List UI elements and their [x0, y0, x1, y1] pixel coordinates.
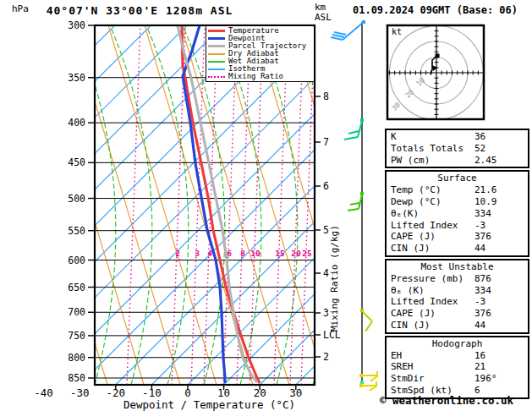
table-row-label: Pressure (mb)	[391, 273, 474, 285]
pressure-tick-label: 850	[68, 372, 85, 384]
table-row-value: 52	[474, 143, 524, 155]
table-row: CAPE (J)376	[387, 231, 528, 243]
table-row-label: PW (cm)	[391, 155, 474, 167]
wind-barb-segment	[370, 375, 378, 381]
wet-adiabat-line	[0, 25, 7, 385]
isotherm-line	[0, 25, 223, 385]
wind-barb-segment	[350, 203, 359, 205]
pressure-tick-label: 300	[68, 19, 85, 31]
wind-barb-dot	[360, 309, 364, 312]
table-row: EH16	[387, 350, 528, 362]
table-row: θₑ(K)334	[387, 208, 528, 220]
wind-barb-segment	[343, 22, 364, 40]
skewt-plot: 300350400450500550600650700750800850-40-…	[0, 0, 381, 411]
km-tick-label: 7	[323, 136, 329, 148]
wind-barb-dot	[362, 20, 365, 24]
table-row: Lifted Index-3	[387, 220, 528, 232]
mixing-ratio-label: 4	[207, 249, 212, 258]
pressure-tick-label: 700	[68, 306, 85, 318]
hodograph-ring-label: 20	[403, 88, 415, 100]
temperature-axis-title: Dewpoint / Temperature (°C)	[85, 398, 334, 411]
table-row: CIN (J)44	[387, 243, 528, 255]
wind-barb-segment	[365, 321, 372, 332]
hodograph-trace	[431, 56, 437, 74]
pressure-tick-label: 800	[68, 352, 85, 364]
table-row: StmDir196°	[387, 373, 528, 385]
temp-tick-label: -20	[107, 386, 126, 399]
hodograph-ring	[405, 41, 468, 104]
wet-adiabat-line	[1, 25, 43, 385]
pressure-tick-label: 400	[68, 117, 85, 129]
indices-table: K36Totals Totals52PW (cm)2.45SurfaceTemp…	[385, 129, 529, 401]
hodograph-unit-label: kt	[392, 27, 402, 36]
wind-barb-segment	[344, 137, 358, 140]
wind-barb-dot	[359, 384, 363, 387]
legend-item: Mixing Ratio	[208, 73, 312, 80]
mixing-ratio-label: 3	[195, 249, 200, 258]
table-row-value: -3	[474, 296, 524, 308]
km-tick-label: 5	[323, 224, 329, 236]
legend-swatch-dewpoint	[208, 37, 225, 40]
table-row-value: 376	[474, 231, 524, 243]
dry-adiabat-line	[72, 25, 180, 385]
dry-adiabat-line	[0, 25, 35, 385]
dry-adiabat-line	[36, 25, 144, 385]
altitude-axis-unit: km ASL	[315, 3, 332, 23]
wind-barb-segment	[331, 37, 343, 40]
pressure-tick-label: 600	[68, 255, 85, 266]
table-row-label: EH	[391, 350, 474, 362]
dry-adiabat-line	[0, 25, 107, 385]
table-row-label: Dewp (°C)	[391, 196, 474, 208]
table-row: PW (cm)2.45	[387, 155, 528, 167]
pressure-tick-label: 500	[68, 193, 85, 205]
km-tick-label: 8	[323, 90, 329, 102]
table-row-label: Lifted Index	[391, 220, 474, 232]
legend-swatch-parcel-trajectory	[208, 45, 225, 47]
table-row-value: 21	[474, 361, 524, 373]
legend-swatch-dry-adiabat	[208, 53, 225, 55]
hodograph-ring	[421, 58, 452, 89]
wind-barb-segment	[348, 131, 359, 134]
hodograph-ring-label: 30	[390, 101, 402, 112]
skewt-sounding-page: 300350400450500550600650700750800850-40-…	[0, 0, 532, 411]
table-row: CAPE (J)376	[387, 308, 528, 320]
table-section-surface: SurfaceTemp (°C)21.6Dewp (°C)10.9θₑ(K)33…	[385, 170, 529, 257]
wind-barb-segment	[358, 121, 362, 137]
wind-barb-dot	[360, 192, 364, 195]
table-row-value: 16	[474, 350, 524, 362]
page-title: 40°07'N 33°00'E 1208m ASL	[34, 4, 245, 17]
temp-tick-label: -40	[34, 386, 53, 399]
mixing-ratio-label: 6	[227, 249, 232, 258]
wind-barb-dot	[359, 374, 363, 377]
table-row: Lifted Index-3	[387, 296, 528, 308]
mixing-ratio-label: 15	[275, 249, 285, 258]
temp-tick-label: 10	[217, 386, 230, 399]
pressure-tick-label: 650	[68, 282, 85, 293]
table-row-value: 10.9	[474, 196, 524, 208]
table-row: θₑ (K)334	[387, 285, 528, 297]
pressure-tick-label: 550	[68, 225, 85, 237]
hodograph-ring-label: 10	[414, 76, 426, 88]
mixing-ratio-label: 20	[291, 249, 301, 258]
km-tick-label: 6	[323, 180, 329, 192]
table-section: K36Totals Totals52PW (cm)2.45	[385, 129, 529, 168]
pressure-tick-label: 350	[68, 72, 85, 84]
hodograph-ring	[390, 26, 484, 120]
temp-tick-label: 30	[289, 386, 302, 399]
table-row-value: 196°	[474, 373, 524, 385]
hodograph-border	[387, 25, 484, 119]
table-row-label: K	[391, 131, 474, 143]
table-row: Temp (°C)21.6	[387, 184, 528, 196]
table-row-label: Lifted Index	[391, 296, 474, 308]
datetime-label: 01.09.2024 09GMT (Base: 06)	[338, 4, 532, 16]
table-row-value: 2.45	[474, 155, 524, 167]
copyright: © weatheronline.co.uk	[380, 394, 513, 407]
table-row: SREH21	[387, 361, 528, 373]
table-row-value: 876	[474, 273, 524, 285]
barb-550hPa	[348, 192, 364, 211]
table-row-label: Temp (°C)	[391, 184, 474, 196]
mixing-ratio-label: 2	[175, 249, 180, 258]
wind-barb-segment	[348, 209, 359, 211]
legend-label: Mixing Ratio	[228, 73, 283, 80]
table-row-value: 36	[474, 131, 524, 143]
